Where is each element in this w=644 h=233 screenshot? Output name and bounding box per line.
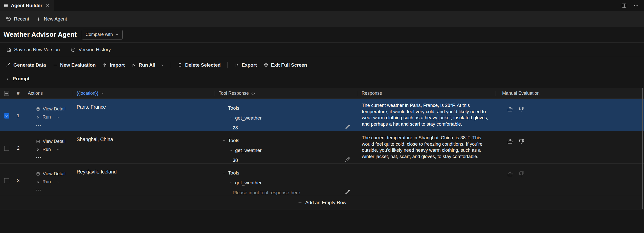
generate-data-button[interactable]: Generate Data — [6, 62, 46, 68]
row-index: 2 — [13, 131, 23, 165]
save-icon — [6, 47, 11, 52]
run-all-dropdown-caret[interactable] — [160, 63, 164, 67]
run-dropdown-caret[interactable] — [56, 148, 60, 151]
edit-tool-response-button[interactable] — [345, 189, 350, 195]
edit-tool-response-button[interactable] — [345, 157, 350, 162]
thumbs-down-icon — [519, 139, 524, 144]
run-dropdown-caret[interactable] — [56, 180, 60, 184]
prompt-label: Prompt — [13, 76, 30, 82]
select-all-checkbox[interactable] — [4, 91, 9, 96]
more-icon[interactable] — [633, 3, 639, 8]
exit-full-screen-label: Exit Full Screen — [271, 62, 307, 68]
close-icon[interactable] — [46, 3, 50, 8]
run-dropdown-caret[interactable] — [56, 115, 60, 119]
export-icon — [234, 63, 239, 68]
thumbs-down-button[interactable] — [519, 139, 524, 144]
response-cell: The current weather in Paris, France, is… — [357, 99, 496, 133]
version-history-button[interactable]: Version History — [71, 47, 111, 52]
export-button[interactable]: Export — [234, 62, 257, 68]
history-icon — [6, 16, 11, 22]
row-more-button[interactable]: ... — [36, 155, 72, 158]
panel-toggle-icon[interactable] — [621, 3, 627, 8]
import-label: Import — [110, 62, 125, 68]
thumbs-up-icon — [507, 171, 513, 177]
plus-icon — [298, 200, 302, 205]
delete-selected-label: Delete Selected — [185, 62, 220, 68]
thumbs-up-button[interactable] — [507, 139, 513, 144]
chevron-down-icon — [222, 106, 226, 110]
header-checkbox-cell — [0, 88, 13, 99]
header-manual-evaluation: Manual Evaluation — [496, 88, 644, 99]
new-agent-button[interactable]: New Agent — [36, 16, 67, 22]
location-cell[interactable]: Reykjavík, Iceland — [72, 164, 214, 198]
thumbs-up-icon — [507, 106, 513, 112]
chevron-down-icon — [101, 91, 104, 95]
toolbar-divider — [227, 62, 228, 68]
view-detail-button[interactable]: View Detail — [36, 171, 72, 177]
tools-node[interactable]: Tools — [214, 168, 357, 178]
plus-icon — [36, 17, 41, 22]
save-as-new-version-button[interactable]: Save as New Version — [6, 47, 60, 52]
chevron-down-icon — [229, 181, 233, 185]
row-checkbox[interactable] — [4, 178, 9, 183]
play-icon — [36, 148, 40, 152]
scrollbar[interactable] — [642, 88, 643, 209]
play-icon — [36, 180, 40, 184]
recent-button[interactable]: Recent — [6, 16, 29, 22]
edit-pencil-icon — [345, 157, 350, 162]
tool-function-node[interactable]: get_weather — [214, 113, 357, 123]
chevron-right-icon — [6, 77, 10, 81]
thumbs-down-button[interactable] — [519, 106, 524, 112]
run-button[interactable]: Run — [36, 114, 72, 120]
tool-function-node[interactable]: get_weather — [214, 145, 357, 155]
view-detail-button[interactable]: View Detail — [36, 106, 72, 112]
tool-function-node[interactable]: get_weather — [214, 178, 357, 188]
add-empty-row-button[interactable]: Add an Empty Row — [0, 196, 644, 209]
row-more-button[interactable]: ... — [36, 187, 72, 190]
thumbs-down-button[interactable] — [519, 171, 524, 177]
run-button[interactable]: Run — [36, 147, 72, 152]
exit-fullscreen-icon — [263, 63, 269, 68]
tab-agent-builder[interactable]: Agent Builder — [0, 0, 54, 11]
tool-response-cell: Tools get_weather 38 — [214, 131, 357, 165]
new-evaluation-button[interactable]: New Evaluation — [53, 62, 96, 68]
edit-pencil-icon — [345, 189, 350, 195]
tools-node[interactable]: Tools — [214, 135, 357, 145]
view-detail-button[interactable]: View Detail — [36, 139, 72, 144]
new-evaluation-label: New Evaluation — [60, 62, 96, 68]
plus-icon — [53, 63, 58, 68]
compare-with-button[interactable]: Compare with — [82, 30, 123, 40]
thumbs-up-button[interactable] — [507, 106, 513, 112]
tool-response-cell: Tools get_weather Please input tool resp… — [214, 164, 357, 198]
tools-node[interactable]: Tools — [214, 103, 357, 113]
page-title: Weather Advisor Agent — [4, 31, 77, 38]
import-button[interactable]: Import — [102, 62, 125, 68]
thumbs-up-button[interactable] — [507, 171, 513, 177]
compare-with-label: Compare with — [85, 32, 113, 37]
location-cell[interactable]: Paris, France — [72, 99, 214, 133]
row-checkbox[interactable] — [4, 146, 9, 151]
location-cell[interactable]: Shanghai, China — [72, 131, 214, 165]
magic-wand-icon — [6, 63, 11, 68]
chevron-down-icon — [222, 139, 226, 142]
header-response: Response — [357, 88, 496, 99]
tool-value-input[interactable]: Please input tool response here — [214, 188, 357, 198]
info-icon[interactable] — [251, 91, 255, 95]
run-all-button[interactable]: Run All — [131, 62, 164, 68]
chevron-down-icon — [229, 116, 233, 120]
header-location[interactable]: {{location}} — [72, 88, 214, 99]
row-index: 1 — [13, 99, 23, 133]
row-checkbox-cell — [0, 131, 13, 165]
manual-evaluation-cell — [496, 164, 644, 198]
view-detail-icon — [36, 172, 40, 176]
row-checkbox[interactable] — [4, 113, 9, 119]
row-more-button[interactable]: ... — [36, 123, 72, 125]
prompt-section-toggle[interactable]: Prompt — [0, 73, 644, 85]
exit-full-screen-button[interactable]: Exit Full Screen — [263, 62, 307, 68]
edit-pencil-icon — [345, 124, 350, 130]
run-button[interactable]: Run — [36, 179, 72, 185]
delete-selected-button[interactable]: Delete Selected — [177, 62, 220, 68]
edit-tool-response-button[interactable] — [345, 124, 350, 130]
table-row: 2 View Detail Run ... Shanghai, China To… — [0, 131, 644, 164]
toolbar-divider — [171, 62, 171, 68]
